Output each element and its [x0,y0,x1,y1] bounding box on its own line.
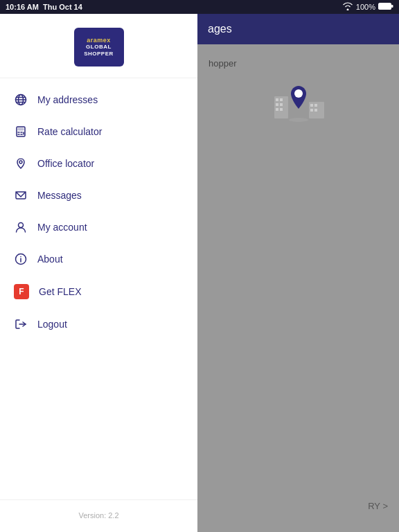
status-indicators: 100% [342,2,393,12]
logo-area: aramex GLOBALSHOPPER [0,14,197,78]
svg-point-33 [20,256,21,258]
drawer-footer: Version: 2.2 [0,499,197,532]
svg-point-15 [294,89,303,98]
sidebar-item-rate-calculator[interactable]: Rate calculator [0,116,197,148]
flex-badge-icon: F [14,284,29,299]
user-icon [14,220,28,234]
sidebar-item-label: My account [37,222,87,233]
drawer: aramex GLOBALSHOPPER My addresses [0,14,197,532]
map-pin-illustration [271,76,326,124]
svg-rect-3 [276,98,278,101]
version-text: Version: 2.2 [78,511,118,520]
svg-rect-22 [18,128,24,130]
app-logo: aramex GLOBALSHOPPER [74,28,124,66]
svg-rect-6 [280,103,283,106]
mail-icon [14,188,28,202]
battery-percentage: 100% [356,3,375,11]
sidebar-item-label: Logout [37,319,67,330]
svg-rect-7 [276,108,278,111]
info-icon [14,252,28,266]
status-time: 10:16 AM Thu Oct 14 [6,3,82,11]
sidebar-item-about[interactable]: About [0,243,197,275]
svg-rect-4 [280,98,283,101]
sidebar-item-label: Office locator [37,158,94,169]
svg-point-30 [19,223,24,228]
logo-brand: aramex [87,37,111,44]
battery-icon [378,2,393,12]
svg-point-14 [289,118,308,122]
sidebar-item-label: About [37,254,63,265]
logo-subtitle: GLOBALSHOPPER [84,44,114,58]
sidebar-item-label: My addresses [37,94,98,105]
sidebar-item-my-account[interactable]: My account [0,211,197,243]
svg-rect-12 [310,109,313,112]
calculator-icon [14,125,28,139]
svg-rect-8 [280,108,283,111]
sidebar-item-messages[interactable]: Messages [0,179,197,211]
sidebar-item-label: Rate calculator [37,126,102,137]
nav-menu: My addresses Rate calculator [0,78,197,499]
shopper-label: hopper [197,58,236,69]
history-link[interactable]: RY > [368,501,388,511]
logout-icon [14,317,28,331]
sidebar-item-get-flex[interactable]: F Get FLEX [0,275,197,308]
main-content-area: hopper RY > [197,44,399,532]
globe-icon [14,93,28,107]
sidebar-item-office-locator[interactable]: Office locator [0,148,197,179]
pin-icon [14,157,28,170]
svg-rect-10 [310,104,313,107]
svg-rect-1 [391,5,393,8]
sidebar-item-logout[interactable]: Logout [0,308,197,340]
sidebar-item-my-addresses[interactable]: My addresses [0,84,197,116]
main-topbar-title: ages [208,23,232,35]
status-bar: 10:16 AM Thu Oct 14 100% [0,0,399,14]
wifi-icon [342,2,353,12]
sidebar-item-label: Get FLEX [39,286,81,297]
svg-rect-11 [314,104,317,107]
svg-rect-13 [314,109,317,112]
svg-rect-5 [276,103,278,106]
svg-point-28 [19,161,22,163]
sidebar-item-label: Messages [37,190,82,201]
svg-rect-0 [379,3,391,10]
